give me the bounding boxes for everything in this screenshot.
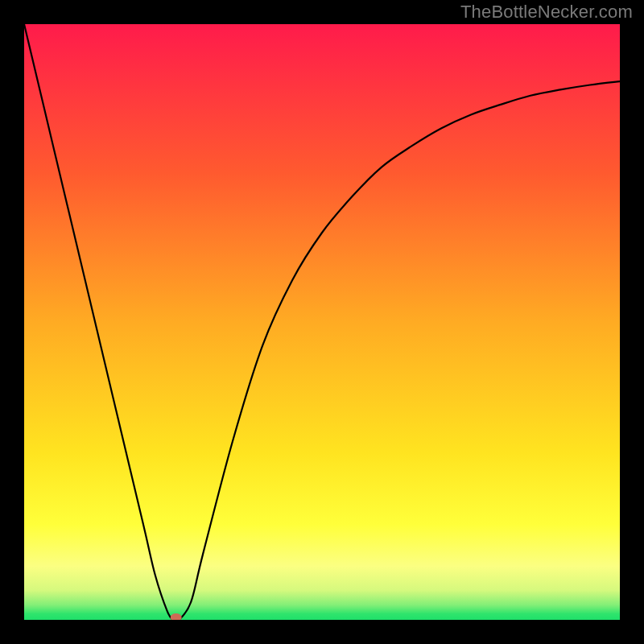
chart-svg — [24, 24, 620, 620]
plot-area — [24, 24, 620, 620]
attribution-text: TheBottleNecker.com — [460, 2, 633, 23]
gradient-background — [24, 24, 620, 620]
chart-frame: TheBottleNecker.com — [0, 0, 644, 644]
